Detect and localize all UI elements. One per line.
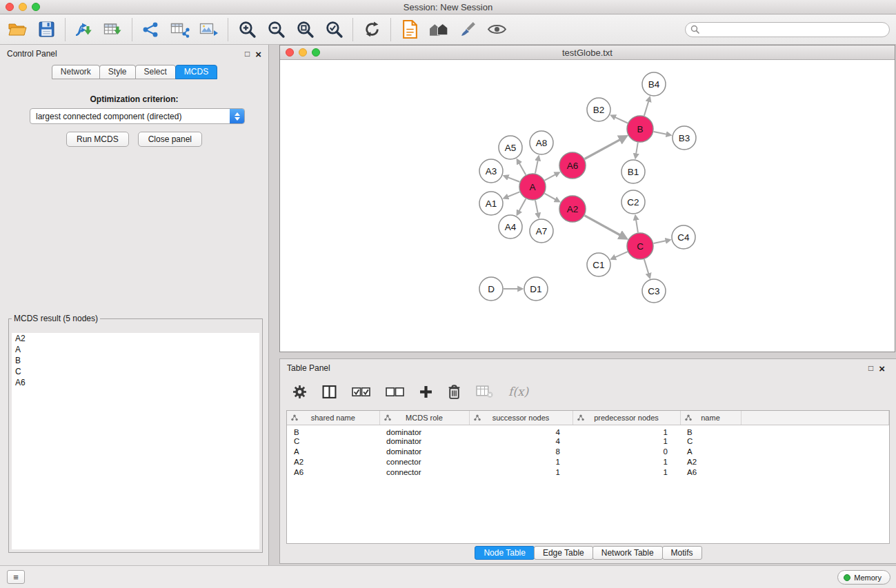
cell-shared-name[interactable]: C (287, 436, 379, 447)
cell-successor-nodes[interactable]: 4 (469, 425, 573, 436)
close-panel-button[interactable]: Close panel (138, 132, 202, 147)
edge-A-A4[interactable] (519, 199, 526, 212)
edge-A-A6[interactable] (545, 174, 557, 181)
node-A6[interactable]: A6 (559, 152, 586, 179)
function-builder-button[interactable]: f(x) (508, 381, 528, 402)
search-input[interactable] (702, 23, 889, 36)
column-header-MCDS-role[interactable]: MCDS role (379, 411, 469, 425)
cell-successor-nodes[interactable]: 1 (469, 467, 573, 478)
cell-predecessor-nodes[interactable]: 1 (573, 457, 680, 467)
edge-A-A2[interactable] (545, 194, 557, 200)
zoom-network-window-button[interactable] (312, 48, 320, 57)
import-network-button[interactable] (70, 17, 99, 43)
memory-button[interactable]: Memory (837, 570, 890, 585)
tab-node-table[interactable]: Node Table (475, 546, 535, 560)
node-C3[interactable]: C3 (642, 279, 666, 303)
close-network-window-button[interactable] (286, 48, 294, 57)
close-table-panel-icon[interactable]: × (879, 363, 885, 374)
tab-style[interactable]: Style (99, 65, 136, 79)
tab-edge-table[interactable]: Edge Table (534, 546, 593, 560)
network-window-titlebar[interactable]: testGlobe.txt (280, 45, 895, 60)
zoom-selected-button[interactable] (319, 17, 348, 43)
node-C1[interactable]: C1 (587, 253, 610, 276)
edge-B-B4[interactable] (644, 101, 649, 116)
edge-A6-B[interactable] (585, 139, 621, 159)
node-A7[interactable]: A7 (530, 219, 553, 243)
node-B[interactable]: B (627, 116, 653, 142)
tab-motifs[interactable]: Motifs (662, 546, 702, 560)
edge-B-B3[interactable] (654, 132, 668, 134)
table-row[interactable]: A6connector11A6 (287, 467, 889, 478)
column-header-name[interactable]: name (680, 411, 741, 425)
cell-shared-name[interactable]: B (287, 425, 379, 436)
import-table-button[interactable] (99, 17, 128, 43)
cell-MCDS-role[interactable]: connector (379, 457, 469, 467)
home-button[interactable] (424, 17, 453, 43)
minimize-window-button[interactable] (19, 3, 27, 11)
cell-name[interactable]: C (680, 436, 741, 447)
float-panel-icon[interactable]: □ (245, 50, 250, 58)
node-A3[interactable]: A3 (479, 159, 503, 183)
mcds-result-list[interactable]: A2ABCA6 (12, 333, 259, 549)
deselect-all-button[interactable] (386, 381, 404, 402)
show-columns-button[interactable] (322, 381, 337, 402)
network-share-button[interactable] (137, 17, 166, 43)
cell-name[interactable]: A (680, 447, 741, 457)
cell-name[interactable]: A6 (680, 467, 741, 478)
style-brush-button[interactable] (453, 17, 482, 43)
node-A1[interactable]: A1 (479, 192, 503, 215)
edge-C-C1[interactable] (615, 252, 628, 258)
tab-select[interactable]: Select (135, 65, 176, 79)
tab-network-table[interactable]: Network Table (593, 546, 663, 560)
cell-name[interactable]: B (680, 425, 741, 436)
node-C[interactable]: C (627, 233, 653, 259)
cell-name[interactable]: A2 (680, 457, 741, 467)
edge-C-C2[interactable] (636, 219, 638, 233)
column-header-successor-nodes[interactable]: successor nodes (469, 411, 573, 425)
mcds-result-item[interactable]: A (12, 344, 259, 355)
cell-MCDS-role[interactable]: connector (379, 467, 469, 478)
table-row[interactable]: Adominator80A (287, 447, 889, 457)
mcds-result-item[interactable]: B (12, 355, 259, 366)
edge-A-A3[interactable] (507, 177, 519, 182)
mcds-result-item[interactable]: A6 (12, 377, 259, 388)
node-A8[interactable]: A8 (530, 131, 553, 154)
table-row[interactable]: Cdominator41C (287, 436, 889, 447)
node-D1[interactable]: D1 (524, 277, 548, 301)
cell-shared-name[interactable]: A6 (287, 467, 379, 478)
close-panel-icon[interactable]: × (255, 49, 261, 59)
node-A[interactable]: A (519, 174, 546, 200)
edge-C-C4[interactable] (654, 241, 667, 243)
select-all-button[interactable] (352, 381, 370, 402)
criterion-dropdown[interactable]: largest connected component (directed) (30, 108, 245, 124)
show-details-button[interactable] (482, 17, 511, 43)
cell-successor-nodes[interactable]: 8 (469, 447, 573, 457)
node-D[interactable]: D (479, 277, 503, 301)
close-window-button[interactable] (6, 3, 14, 11)
cell-MCDS-role[interactable]: dominator (379, 425, 469, 436)
cell-shared-name[interactable]: A2 (287, 457, 379, 467)
open-session-button[interactable] (3, 17, 32, 43)
node-B1[interactable]: B1 (621, 160, 645, 183)
zoom-out-button[interactable] (261, 17, 290, 43)
delete-table-button[interactable] (476, 381, 493, 402)
refresh-button[interactable] (357, 17, 386, 43)
zoom-fit-button[interactable] (290, 17, 319, 43)
cell-predecessor-nodes[interactable]: 1 (573, 425, 680, 436)
node-A5[interactable]: A5 (499, 136, 522, 159)
cell-predecessor-nodes[interactable]: 0 (573, 447, 680, 457)
cell-MCDS-role[interactable]: dominator (379, 447, 469, 457)
tab-mcds[interactable]: MCDS (175, 65, 217, 79)
edge-A-A5[interactable] (519, 163, 526, 175)
edge-A-A1[interactable] (507, 192, 519, 196)
column-header-predecessor-nodes[interactable]: predecessor nodes (573, 411, 680, 425)
mcds-result-item[interactable]: C (12, 366, 259, 377)
node-B4[interactable]: B4 (642, 72, 666, 96)
node-B3[interactable]: B3 (673, 126, 696, 150)
edge-A2-C[interactable] (585, 216, 621, 236)
edge-A-A7[interactable] (535, 201, 538, 214)
edge-B-B1[interactable] (636, 143, 638, 155)
edge-C-C3[interactable] (644, 259, 649, 274)
cell-successor-nodes[interactable]: 4 (469, 436, 573, 447)
save-session-button[interactable] (32, 17, 61, 43)
